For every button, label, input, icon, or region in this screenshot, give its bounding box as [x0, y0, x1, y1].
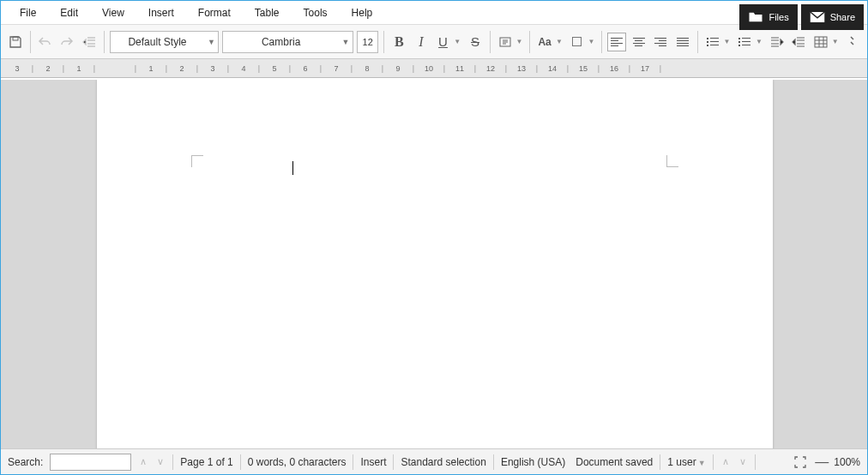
redo-icon[interactable]	[57, 33, 76, 51]
margin-corner-icon	[191, 155, 203, 167]
font-color-dropdown-icon[interactable]: ▼	[556, 38, 564, 45]
separator	[601, 31, 602, 53]
separator	[30, 31, 31, 53]
chevron-down-icon: ▼	[204, 38, 218, 46]
table-insert-button[interactable]	[811, 33, 830, 51]
share-label: Share	[830, 12, 855, 22]
files-button[interactable]: Files	[739, 4, 797, 30]
users-status[interactable]: 1 user▼	[667, 456, 705, 468]
separator	[490, 31, 491, 53]
bullet-dropdown-icon[interactable]: ▼	[723, 38, 732, 45]
highlight-dropdown-icon[interactable]: ▼	[588, 38, 596, 45]
menu-view[interactable]: View	[90, 2, 136, 24]
status-bar: Search: ∧ ∨ Page 1 of 1 0 words, 0 chara…	[1, 448, 867, 474]
menu-tools[interactable]: Tools	[292, 2, 340, 24]
increase-indent-button[interactable]	[768, 33, 787, 51]
menu-file[interactable]: File	[8, 2, 48, 24]
align-center-button[interactable]	[630, 33, 648, 51]
save-status: Document saved	[576, 456, 653, 468]
horizontal-ruler[interactable]: 3| 2| 1| | 1| 2| 3| 4| 5| 6| 7| 8| 9| 10…	[1, 59, 867, 78]
number-list-button[interactable]	[735, 33, 754, 51]
undo-icon[interactable]	[36, 33, 55, 51]
insert-mode[interactable]: Insert	[360, 456, 386, 468]
outdent-icon[interactable]	[80, 33, 99, 51]
separator	[383, 31, 384, 53]
language-status[interactable]: English (USA)	[501, 456, 565, 468]
clear-dropdown-icon[interactable]: ▼	[515, 38, 524, 45]
align-left-button[interactable]	[607, 33, 626, 51]
search-next-icon[interactable]: ∨	[155, 456, 166, 467]
separator	[393, 454, 394, 470]
separator	[713, 454, 714, 470]
menu-help[interactable]: Help	[340, 2, 385, 24]
separator	[353, 454, 353, 470]
paragraph-style-combo[interactable]: Default Style ▼	[110, 31, 220, 53]
menu-insert[interactable]: Insert	[136, 2, 186, 24]
number-dropdown-icon[interactable]: ▼	[756, 38, 764, 45]
top-right-buttons: Files Share	[739, 4, 864, 30]
menu-bar: File Edit View Insert Format Table Tools…	[1, 1, 867, 25]
page[interactable]	[97, 80, 773, 448]
font-size-field[interactable]: 12	[357, 31, 379, 53]
share-button[interactable]: Share	[801, 4, 864, 30]
align-justify-button[interactable]	[673, 33, 692, 51]
selection-mode[interactable]: Standard selection	[401, 456, 485, 468]
font-name-combo[interactable]: Cambria ▼	[222, 31, 353, 53]
align-right-button[interactable]	[652, 33, 671, 51]
table-dropdown-icon[interactable]: ▼	[832, 38, 841, 45]
separator	[529, 31, 530, 53]
files-label: Files	[769, 12, 788, 22]
separator	[660, 454, 660, 470]
font-size-value: 12	[363, 37, 373, 47]
strikethrough-button[interactable]: S	[466, 33, 485, 51]
underline-dropdown-icon[interactable]: ▼	[454, 38, 462, 45]
margin-corner-icon	[666, 155, 678, 167]
menu-edit[interactable]: Edit	[48, 2, 90, 24]
separator	[240, 454, 241, 470]
save-icon[interactable]	[6, 33, 25, 51]
zoom-value[interactable]: 100%	[834, 456, 860, 468]
underline-button[interactable]: U	[434, 33, 453, 51]
document-canvas[interactable]	[1, 80, 867, 448]
formatting-toolbar: Default Style ▼ Cambria ▼ 12 B I U ▼ S ▼…	[1, 25, 867, 59]
separator	[493, 454, 494, 470]
font-value: Cambria	[223, 36, 338, 48]
text-cursor	[292, 161, 293, 175]
separator	[697, 31, 698, 53]
mail-icon	[810, 11, 825, 23]
folder-icon	[748, 11, 763, 23]
page-up-icon[interactable]: ∧	[720, 456, 731, 467]
search-prev-icon[interactable]: ∧	[138, 456, 148, 467]
zoom-fit-icon[interactable]	[791, 453, 810, 472]
font-color-button[interactable]: Aa	[535, 33, 554, 51]
menu-table[interactable]: Table	[243, 2, 292, 24]
page-down-icon[interactable]: ∨	[738, 456, 748, 467]
zoom-out-button[interactable]: —	[815, 454, 829, 470]
decrease-indent-button[interactable]	[789, 33, 808, 51]
page-status[interactable]: Page 1 of 1	[180, 456, 232, 468]
separator	[172, 454, 173, 470]
separator	[104, 31, 105, 53]
menu-format[interactable]: Format	[186, 2, 243, 24]
bullet-list-button[interactable]	[703, 33, 722, 51]
italic-button[interactable]: I	[412, 33, 431, 51]
bold-button[interactable]: B	[389, 33, 408, 51]
chevron-down-icon: ▼	[339, 38, 353, 46]
clear-formatting-icon[interactable]	[496, 33, 515, 51]
separator	[755, 454, 756, 470]
word-count[interactable]: 0 words, 0 characters	[248, 456, 347, 468]
more-button[interactable]	[843, 33, 862, 51]
style-value: Default Style	[111, 36, 205, 48]
highlight-button[interactable]	[568, 33, 587, 51]
svg-rect-3	[815, 37, 827, 47]
search-input[interactable]	[50, 454, 131, 471]
search-label: Search:	[8, 456, 43, 468]
